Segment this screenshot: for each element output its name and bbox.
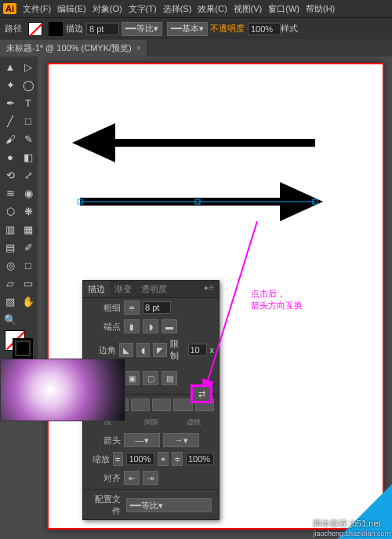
menu-object[interactable]: 对象(O) bbox=[93, 3, 122, 15]
corner-miter-button[interactable]: ◣ bbox=[119, 343, 132, 357]
symbol-tool[interactable]: ❋ bbox=[20, 202, 37, 220]
warp-tool[interactable]: ◉ bbox=[20, 184, 37, 202]
panel-menu-icon[interactable]: ▸≡ bbox=[200, 281, 219, 297]
line-tool[interactable]: ╱ bbox=[2, 112, 19, 129]
selection-tool[interactable]: ▲ bbox=[2, 58, 19, 75]
swap-arrowheads-button[interactable]: ⇄ bbox=[191, 384, 212, 403]
arrow-align-label: 对齐 bbox=[88, 472, 121, 484]
rectangle-tool[interactable]: □ bbox=[20, 112, 37, 129]
shape-builder-tool[interactable]: ⬡ bbox=[2, 202, 19, 220]
opacity-label: 不透明度 bbox=[210, 23, 245, 35]
menu-effect[interactable]: 效果(C) bbox=[198, 3, 227, 15]
zoom-tool[interactable]: 🔍 bbox=[2, 311, 19, 328]
align-center-button[interactable]: ▣ bbox=[124, 371, 140, 385]
arrow-left-shape bbox=[72, 119, 323, 166]
blend-tool[interactable]: ◎ bbox=[2, 257, 19, 274]
corner-round-button[interactable]: ◖ bbox=[136, 343, 150, 357]
weight-input[interactable] bbox=[143, 301, 171, 314]
overlay-thumbnail bbox=[0, 359, 125, 421]
annotation-text: 点击后， 箭头方向互换 bbox=[251, 288, 303, 312]
menu-edit[interactable]: 编辑(E) bbox=[57, 3, 86, 15]
profile-dropdown[interactable]: ━━ 等比 ▾ bbox=[126, 498, 212, 512]
stroke-box[interactable] bbox=[13, 338, 33, 359]
menu-type[interactable]: 文字(T) bbox=[129, 3, 157, 15]
width-profile-dropdown[interactable]: ━━ 等比 ▾ bbox=[122, 22, 162, 36]
brush-tool[interactable]: 🖌 bbox=[2, 130, 19, 147]
annotation-line-1: 点击后， bbox=[251, 288, 303, 300]
fill-swatch[interactable] bbox=[28, 22, 42, 36]
arrow-align-tip-button[interactable]: ⇥ bbox=[143, 471, 158, 485]
blob-brush-tool[interactable]: ● bbox=[2, 148, 19, 166]
scale-tool[interactable]: ⤢ bbox=[20, 166, 37, 184]
limit-input[interactable] bbox=[188, 344, 207, 356]
tab-stroke[interactable]: 描边 bbox=[83, 281, 110, 297]
dash-label-3: 虚线 bbox=[173, 416, 214, 428]
eyedropper-tool[interactable]: ✐ bbox=[20, 239, 37, 256]
align-outside-button[interactable]: ▤ bbox=[162, 371, 177, 385]
menu-bar: Ai 文件(F) 编辑(E) 对象(O) 文字(T) 选择(S) 效果(C) 视… bbox=[0, 0, 392, 17]
arrow-right-selected[interactable] bbox=[72, 178, 323, 225]
eraser-tool[interactable]: ◧ bbox=[20, 148, 37, 166]
cap-butt-button[interactable]: ▮ bbox=[124, 319, 140, 333]
menu-view[interactable]: 视图(V) bbox=[234, 3, 263, 15]
menu-window[interactable]: 窗口(W) bbox=[268, 3, 299, 15]
scale-link-icon[interactable]: ⚭ bbox=[158, 452, 169, 466]
dash-field-3[interactable] bbox=[131, 399, 150, 411]
width-tool[interactable]: ≋ bbox=[2, 184, 19, 202]
cap-square-button[interactable]: ▬ bbox=[162, 319, 177, 333]
weight-label: 粗细 bbox=[88, 302, 121, 314]
arrow-align-extend-button[interactable]: ⇤ bbox=[124, 471, 140, 485]
stroke-weight-input[interactable] bbox=[86, 23, 119, 35]
corner-bevel-button[interactable]: ◤ bbox=[153, 343, 166, 357]
menu-help[interactable]: 帮助(H) bbox=[306, 3, 335, 15]
menu-select[interactable]: 选择(S) bbox=[163, 3, 192, 15]
weight-stepper-icon[interactable]: ≑ bbox=[124, 300, 140, 315]
scale-stepper-1[interactable]: ≑ bbox=[113, 452, 124, 466]
magic-wand-tool[interactable]: ✦ bbox=[2, 76, 19, 93]
type-tool[interactable]: T bbox=[20, 94, 37, 111]
pencil-tool[interactable]: ✎ bbox=[20, 130, 37, 147]
arrow-end-dropdown[interactable]: → ▾ bbox=[163, 433, 199, 447]
brush-dropdown[interactable]: ━━ 基本 ▾ bbox=[167, 22, 208, 36]
document-tab-bar: 未标题-1* @ 100% (CMYK/预览) × bbox=[0, 39, 392, 56]
cap-round-button[interactable]: ◗ bbox=[143, 319, 158, 333]
scale-input-1[interactable] bbox=[126, 453, 154, 465]
corner-label: 边角 bbox=[88, 344, 116, 356]
stroke-swatch[interactable] bbox=[49, 22, 63, 36]
opacity-input[interactable] bbox=[248, 23, 281, 35]
scale-input-2[interactable] bbox=[186, 453, 214, 465]
watermark: 脚本教程 jb51.net jiaocheng.chazidian.com bbox=[313, 515, 390, 537]
scale-stepper-2[interactable]: ≑ bbox=[172, 452, 183, 466]
perspective-tool[interactable]: ▱ bbox=[2, 275, 19, 292]
tab-transparency[interactable]: 透明度 bbox=[136, 281, 172, 297]
lasso-tool[interactable]: ◯ bbox=[20, 76, 37, 93]
app-logo: Ai bbox=[3, 3, 16, 14]
hand-tool[interactable]: ✋ bbox=[20, 293, 37, 310]
document-tab[interactable]: 未标题-1* @ 100% (CMYK/预览) × bbox=[0, 40, 148, 56]
fill-stroke-control[interactable] bbox=[2, 330, 37, 359]
dash-field-5[interactable] bbox=[173, 399, 192, 411]
close-tab-icon[interactable]: × bbox=[136, 43, 141, 53]
menu-file[interactable]: 文件(F) bbox=[23, 3, 51, 15]
gradient-tool[interactable]: ▤ bbox=[2, 239, 19, 256]
pen-tool[interactable]: ✒ bbox=[2, 94, 19, 111]
style-label: 样式 bbox=[281, 23, 298, 35]
document-title: 未标题-1* @ 100% (CMYK/预览) bbox=[6, 42, 132, 54]
dash-label-2: 间隙 bbox=[131, 416, 172, 428]
arrow-start-dropdown[interactable]: — ▾ bbox=[124, 433, 160, 447]
tab-gradient[interactable]: 渐变 bbox=[110, 281, 136, 297]
graph-tool[interactable]: ▥ bbox=[2, 220, 19, 238]
artboard-tool[interactable]: ▭ bbox=[20, 275, 37, 292]
watermark-sub: jiaocheng.chazidian.com bbox=[313, 530, 390, 537]
mesh-tool[interactable]: ▦ bbox=[20, 220, 37, 238]
slice-tool[interactable]: ▨ bbox=[2, 293, 19, 310]
live-paint-tool[interactable]: □ bbox=[20, 257, 37, 274]
control-bar: 路径 描边 ━━ 等比 ▾ ━━ 基本 ▾ 不透明度 样式 bbox=[0, 17, 392, 39]
align-inside-button[interactable]: ▢ bbox=[143, 371, 158, 385]
annotation-line-2: 箭头方向互换 bbox=[251, 300, 303, 311]
dash-field-4[interactable] bbox=[152, 399, 171, 411]
path-label: 路径 bbox=[5, 23, 22, 35]
rotate-tool[interactable]: ⟲ bbox=[2, 166, 19, 184]
limit-unit: x bbox=[210, 345, 215, 355]
direct-selection-tool[interactable]: ▷ bbox=[20, 58, 37, 75]
